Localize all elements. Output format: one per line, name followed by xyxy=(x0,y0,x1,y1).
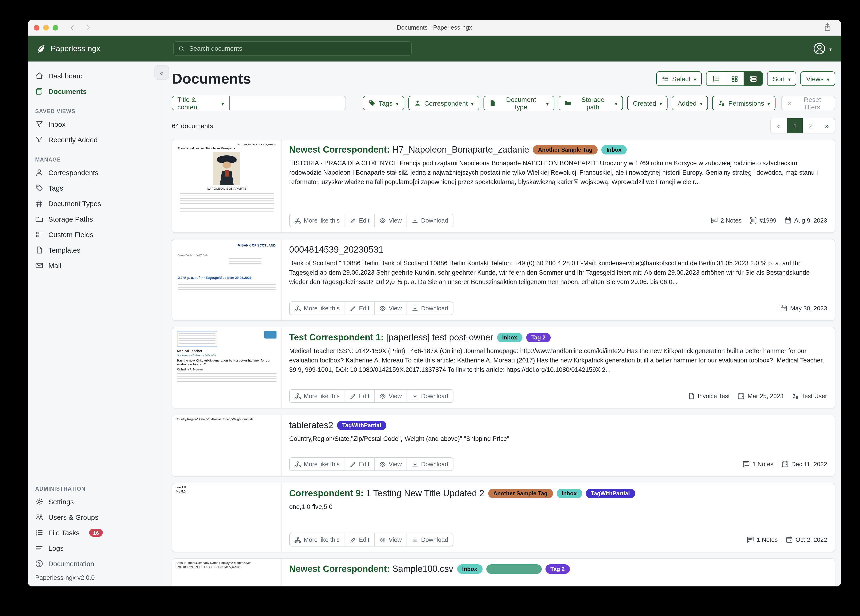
tag-pill[interactable]: Inbox xyxy=(457,564,482,574)
sidebar-item-templates[interactable]: Templates xyxy=(28,242,162,258)
detail-view-icon xyxy=(749,75,757,82)
calendar-icon xyxy=(780,305,787,312)
sort-button[interactable]: Sort xyxy=(767,71,796,86)
tag-pill[interactable]: Inbox xyxy=(497,333,522,342)
global-search-input[interactable] xyxy=(188,45,406,53)
page-2-button[interactable]: 2 xyxy=(803,118,819,133)
notes-indicator[interactable]: 1 Notes xyxy=(747,536,778,543)
sidebar-item-dashboard[interactable]: Dashboard xyxy=(28,68,162,83)
filter-correspondent-button[interactable]: Correspondent xyxy=(408,96,479,110)
document-thumbnail[interactable]: one,1.0five,5.0 xyxy=(172,483,282,552)
notes-indicator[interactable]: 2 Notes xyxy=(711,217,742,224)
global-search[interactable] xyxy=(173,41,412,56)
filter-search-input[interactable] xyxy=(229,96,346,110)
filter-added-button[interactable]: Added xyxy=(672,96,708,110)
filter-storage-path-button[interactable]: Storage path xyxy=(559,96,623,110)
tag-pill[interactable]: Inbox xyxy=(557,489,582,498)
user-menu[interactable] xyxy=(813,42,832,55)
reset-filters-button[interactable]: Reset filters xyxy=(782,96,835,110)
download-button[interactable]: Download xyxy=(406,390,453,402)
sidebar-item-custom-fields[interactable]: Custom Fields xyxy=(28,227,162,242)
document-thumbnail[interactable]: Country,Region/State,"Zip/Postal Code","… xyxy=(172,415,282,476)
tag-pill[interactable]: TagWithPartial xyxy=(585,489,635,498)
share-icon[interactable] xyxy=(823,23,832,31)
document-title-link[interactable]: Correspondent 9: 1 Testing New Title Upd… xyxy=(289,488,484,499)
edit-button[interactable]: Edit xyxy=(344,390,374,402)
grid-view-button[interactable] xyxy=(725,72,744,85)
filter-document-type-button[interactable]: Document type xyxy=(483,96,554,110)
filter-field-select[interactable]: Title & content xyxy=(172,96,229,110)
sidebar-item-users-groups[interactable]: Users & Groups xyxy=(28,509,162,525)
sidebar-item-storage-paths[interactable]: Storage Paths xyxy=(28,211,162,227)
sidebar-item-label: Tags xyxy=(49,184,63,192)
funnel-icon xyxy=(35,136,43,144)
filter-tags-button[interactable]: Tags xyxy=(363,96,404,110)
download-button[interactable]: Download xyxy=(406,533,453,546)
sidebar-item-mail[interactable]: Mail xyxy=(28,258,162,273)
views-button[interactable]: Views xyxy=(800,71,835,86)
select-button[interactable]: Select xyxy=(656,71,702,86)
tag-pill[interactable]: Tag 2 xyxy=(526,333,551,342)
edit-button[interactable]: Edit xyxy=(344,214,374,227)
page-1-button[interactable]: 1 xyxy=(787,118,803,133)
notes-indicator[interactable]: 1 Notes xyxy=(743,460,774,468)
document-title-link[interactable]: tablerates2 xyxy=(289,420,333,431)
edit-button[interactable]: Edit xyxy=(344,458,374,470)
document-count: 64 documents xyxy=(172,122,213,129)
task-list-icon xyxy=(35,529,43,537)
document-thumbnail[interactable]: Medical Teacher http://www.tandfonline.c… xyxy=(172,327,282,408)
edit-button[interactable]: Edit xyxy=(344,533,374,546)
download-button[interactable]: Download xyxy=(406,458,453,470)
sidebar-item-correspondents[interactable]: Correspondents xyxy=(28,165,162,180)
tag-pill[interactable]: Another Sample Tag xyxy=(533,145,598,154)
more-like-this-button[interactable]: More like this xyxy=(290,458,344,470)
document-thumbnail[interactable]: Serial Number,Company Name,Employee Mark… xyxy=(172,559,282,586)
sidebar-item-recently-added[interactable]: Recently Added xyxy=(28,132,162,148)
sidebar-item-file-tasks[interactable]: File Tasks 16 xyxy=(28,525,162,541)
document-thumbnail[interactable]: HISTORIA - PRACA DLA CHĘTNYCH Francja po… xyxy=(172,140,282,233)
filter-created-button[interactable]: Created xyxy=(627,96,668,110)
tag-pill[interactable]: Tag 2 xyxy=(545,564,570,574)
document-title-link[interactable]: Newest Correspondent: H7_Napoleon_Bonapa… xyxy=(289,144,529,156)
view-button[interactable]: View xyxy=(374,458,406,470)
tag-pill[interactable] xyxy=(486,564,541,574)
view-button[interactable]: View xyxy=(374,214,406,227)
detail-view-button[interactable] xyxy=(744,72,762,85)
sidebar-item-settings[interactable]: Settings xyxy=(28,494,162,509)
sidebar-item-documents[interactable]: Documents xyxy=(28,83,162,99)
owner-indicator: Test User xyxy=(791,393,827,399)
sidebar-item-documentation[interactable]: Documentation xyxy=(28,556,162,571)
sidebar-item-document-types[interactable]: Document Types xyxy=(28,196,162,211)
more-like-this-button[interactable]: More like this xyxy=(290,302,344,314)
view-button[interactable]: View xyxy=(374,390,406,402)
sidebar-item-inbox[interactable]: Inbox xyxy=(28,116,162,132)
sidebar-item-logs[interactable]: Logs xyxy=(28,541,162,556)
download-button[interactable]: Download xyxy=(406,214,453,227)
document-title-link[interactable]: Newest Correspondent: Sample100.csv xyxy=(289,563,453,575)
sidebar-item-tags[interactable]: Tags xyxy=(28,180,162,196)
document-meta: 1 Notes Oct 2, 2022 xyxy=(747,536,827,543)
sidebar-collapse-button[interactable]: « xyxy=(154,65,169,80)
view-button[interactable]: View xyxy=(374,533,406,546)
document-title-link[interactable]: 0004814539_20230531 xyxy=(289,244,383,255)
more-like-this-button[interactable]: More like this xyxy=(290,214,344,227)
download-button[interactable]: Download xyxy=(406,302,453,314)
document-thumbnail[interactable]: ❋ BANK OF SCOTLAND Bank of Scotland · 10… xyxy=(172,239,282,320)
filter-permissions-button[interactable]: Permissions xyxy=(712,96,776,110)
sidebar-item-label: File Tasks xyxy=(49,529,80,537)
tag-pill[interactable]: Inbox xyxy=(601,145,627,154)
view-button[interactable]: View xyxy=(374,302,406,314)
tag-pill[interactable]: Another Sample Tag xyxy=(488,489,553,498)
chevron-down-icon xyxy=(546,99,549,107)
more-like-this-button[interactable]: More like this xyxy=(290,533,344,546)
more-like-this-button[interactable]: More like this xyxy=(290,390,344,402)
page-prev-button[interactable]: « xyxy=(771,118,787,133)
download-icon xyxy=(412,305,418,311)
edit-button[interactable]: Edit xyxy=(344,302,374,314)
list-view-button[interactable] xyxy=(706,72,725,85)
page-next-button[interactable]: » xyxy=(819,118,835,133)
brand[interactable]: Paperless-ngx xyxy=(28,43,162,54)
tag-pill[interactable]: TagWithPartial xyxy=(337,421,386,430)
document-meta: May 30, 2023 xyxy=(780,305,827,312)
document-title-link[interactable]: Test Correspondent 1: [paperless] test p… xyxy=(289,332,493,343)
